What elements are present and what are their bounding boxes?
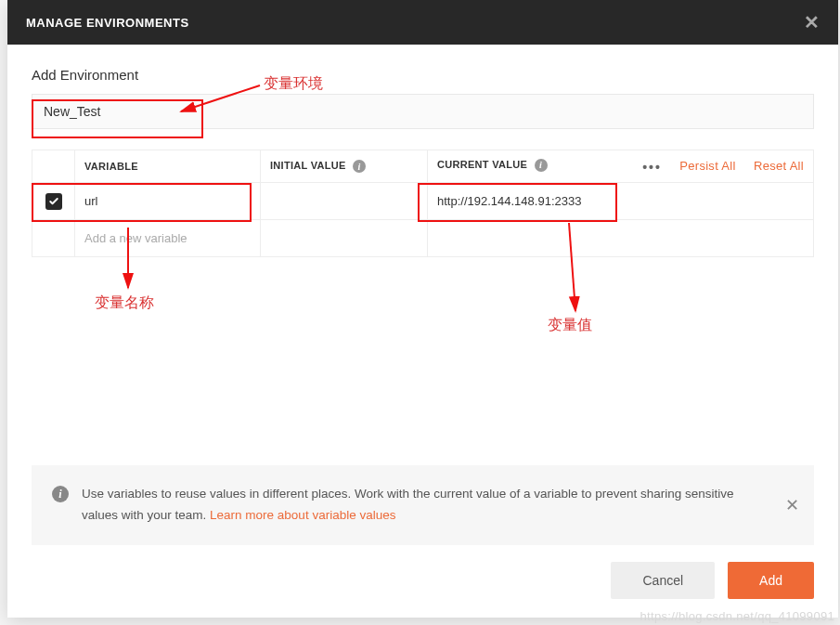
close-icon[interactable]: ✕ [804,13,821,32]
table-row [32,183,814,220]
reset-all-button[interactable]: Reset All [754,159,804,173]
watermark: https://blog.csdn.net/qq_41099091 [640,609,834,623]
new-current-input[interactable] [428,220,813,256]
modal-body: Add Environment VARIABLE INITIAL VALUE i… [7,45,838,545]
current-value-input[interactable] [428,183,813,219]
col-header-current-actions: CURRENT VALUE i ••• Persist All Reset Al… [428,150,814,183]
cancel-button[interactable]: Cancel [611,562,715,599]
more-actions-button[interactable]: ••• [642,160,662,175]
help-banner: i Use variables to reuse values in diffe… [32,465,814,545]
modal-header: MANAGE ENVIRONMENTS ✕ [7,0,838,45]
new-initial-input[interactable] [261,220,427,256]
modal-title: MANAGE ENVIRONMENTS [26,16,189,30]
info-icon[interactable]: i [353,160,366,173]
help-text: Use variables to reuse values in differe… [82,484,769,527]
initial-value-input[interactable] [261,183,427,219]
col-header-check [32,150,75,183]
info-icon: i [52,486,69,502]
variable-name-input[interactable] [75,183,260,219]
section-title: Add Environment [32,67,814,83]
persist-all-button[interactable]: Persist All [679,159,735,173]
col-header-initial: INITIAL VALUE i [261,150,428,183]
variables-table: VARIABLE INITIAL VALUE i CURRENT VALUE i… [32,150,814,257]
environment-name-input[interactable] [32,94,814,129]
table-row-new [32,220,814,257]
col-header-variable: VARIABLE [75,150,261,183]
col-header-current-label: CURRENT VALUE i [437,159,548,170]
row-checkbox[interactable] [45,193,62,210]
new-variable-input[interactable] [75,220,260,256]
add-button[interactable]: Add [728,562,814,599]
learn-more-link[interactable]: Learn more about variable values [210,508,395,522]
modal-footer: Cancel Add [7,545,838,618]
help-close-icon[interactable]: ✕ [785,491,799,520]
info-icon[interactable]: i [535,159,548,172]
manage-environments-modal: MANAGE ENVIRONMENTS ✕ Add Environment VA… [7,0,838,618]
